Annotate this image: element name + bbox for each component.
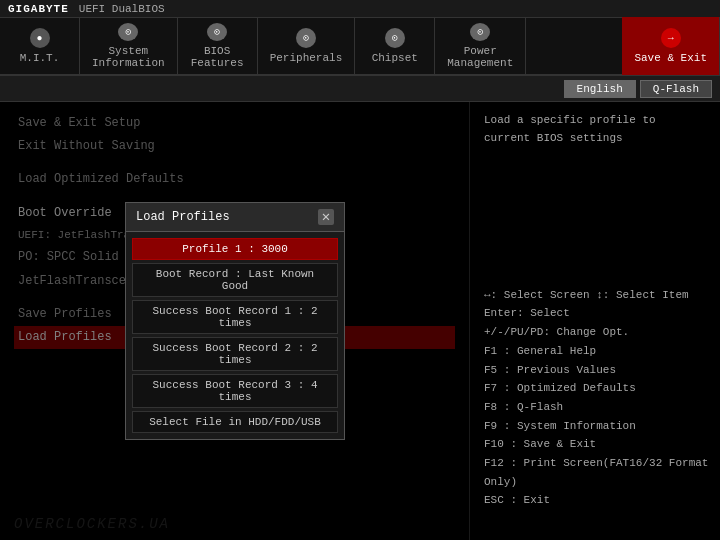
- key-hint-f5: F5 : Previous Values: [484, 361, 720, 380]
- key-hint-enter: Enter: Select: [484, 304, 720, 323]
- key-hint-f10: F10 : Save & Exit: [484, 435, 720, 454]
- profile-item-hdd[interactable]: Select File in HDD/FDD/USB: [132, 411, 338, 433]
- key-hint-f1: F1 : General Help: [484, 342, 720, 361]
- profile-item-success-3[interactable]: Success Boot Record 3 : 4 times: [132, 374, 338, 408]
- key-hint-f8: F8 : Q-Flash: [484, 398, 720, 417]
- key-help: ↔: Select Screen ↕: Select Item Enter: S…: [484, 286, 720, 510]
- profile-item-boot-last[interactable]: Boot Record : Last Known Good: [132, 263, 338, 297]
- key-hint-f12: F12 : Print Screen(FAT16/32 Format Only): [484, 454, 720, 491]
- key-hint-f9: F9 : System Information: [484, 417, 720, 436]
- nav-system-info[interactable]: ⊙ SystemInformation: [80, 17, 178, 75]
- nav-mit[interactable]: ● M.I.T.: [0, 17, 80, 75]
- chipset-icon: ⊙: [385, 28, 405, 48]
- profile-item-1[interactable]: Profile 1 : 3000: [132, 238, 338, 260]
- right-panel: Load a specific profile to current BIOS …: [470, 102, 720, 540]
- key-hint-arrows: ↔: Select Screen ↕: Select Item: [484, 286, 720, 305]
- nav-chipset-label: Chipset: [372, 52, 418, 64]
- modal-close-button[interactable]: ✕: [318, 209, 334, 225]
- top-bar: GIGABYTE UEFI DualBIOS: [0, 0, 720, 18]
- peripherals-icon: ⊙: [296, 28, 316, 48]
- nav-save-exit[interactable]: → Save & Exit: [622, 17, 720, 75]
- help-text: Load a specific profile to current BIOS …: [484, 112, 706, 147]
- nav-peripherals[interactable]: ⊙ Peripherals: [258, 17, 356, 75]
- nav-save-exit-label: Save & Exit: [634, 52, 707, 64]
- nav-bios-label: BIOSFeatures: [191, 45, 244, 69]
- save-exit-icon: →: [661, 28, 681, 48]
- nav-mit-label: M.I.T.: [20, 52, 60, 64]
- left-panel: Save & Exit Setup Exit Without Saving Lo…: [0, 102, 470, 540]
- profile-item-success-2[interactable]: Success Boot Record 2 : 2 times: [132, 337, 338, 371]
- nav-bios-features[interactable]: ⊙ BIOSFeatures: [178, 17, 258, 75]
- brand-logo: GIGABYTE: [8, 3, 69, 15]
- bios-icon: ⊙: [207, 23, 227, 41]
- profile-item-success-1[interactable]: Success Boot Record 1 : 2 times: [132, 300, 338, 334]
- key-hint-esc: ESC : Exit: [484, 491, 720, 510]
- nav-chipset[interactable]: ⊙ Chipset: [355, 17, 435, 75]
- main-area: Save & Exit Setup Exit Without Saving Lo…: [0, 102, 720, 540]
- modal-box: Load Profiles ✕ Profile 1 : 3000 Boot Re…: [125, 202, 345, 440]
- english-button[interactable]: English: [564, 80, 636, 98]
- qflash-button[interactable]: Q-Flash: [640, 80, 712, 98]
- nav-power[interactable]: ⊙ PowerManagement: [435, 17, 526, 75]
- nav-bar: ● M.I.T. ⊙ SystemInformation ⊙ BIOSFeatu…: [0, 18, 720, 76]
- lang-bar: English Q-Flash: [0, 76, 720, 102]
- power-icon: ⊙: [470, 23, 490, 41]
- modal-overlay: Load Profiles ✕ Profile 1 : 3000 Boot Re…: [0, 102, 470, 540]
- sysinfo-icon: ⊙: [118, 23, 138, 41]
- modal-title: Load Profiles: [136, 210, 230, 224]
- nav-peripherals-label: Peripherals: [270, 52, 343, 64]
- dual-bios-label: UEFI DualBIOS: [79, 3, 165, 15]
- nav-sysinfo-label: SystemInformation: [92, 45, 165, 69]
- mit-icon: ●: [30, 28, 50, 48]
- nav-power-label: PowerManagement: [447, 45, 513, 69]
- key-hint-change: +/-/PU/PD: Change Opt.: [484, 323, 720, 342]
- key-hint-f7: F7 : Optimized Defaults: [484, 379, 720, 398]
- modal-title-bar: Load Profiles ✕: [126, 203, 344, 232]
- modal-body: Profile 1 : 3000 Boot Record : Last Know…: [126, 232, 344, 439]
